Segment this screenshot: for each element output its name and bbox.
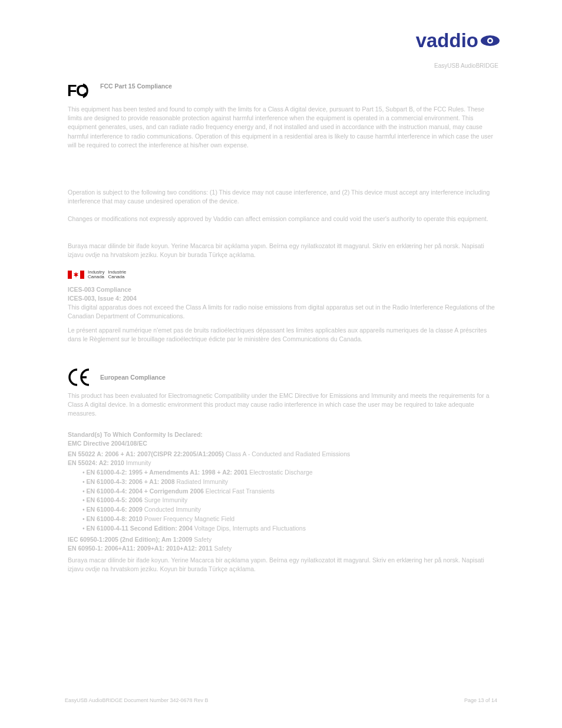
ce-iec1: IEC 60950-1:2005 (2nd Edition); Am 1:200… (68, 535, 495, 544)
ce-std2: EN 55024: A2: 2010 Immunity (68, 459, 495, 467)
ce-standards-title: Standard(s) To Which Conformity Is Decla… (68, 430, 495, 439)
ce-en-list: EN 61000-4-2: 1995 + Amendments A1: 1998… (82, 468, 495, 533)
ce-para1: This product has been evaluated for Elec… (68, 391, 495, 419)
placeholder-text-1: Buraya macar dilinde bir ifade koyun. Ye… (68, 242, 495, 259)
ce-iec2: EN 60950-1: 2006+A11: 2009+A1: 2010+A12:… (68, 544, 495, 553)
ic-text-en: IndustryCanada (88, 270, 104, 280)
ices-subtitle: ICES-003, Issue 4: 2004 (68, 294, 495, 303)
logo-text: vaddio (416, 29, 478, 52)
ices-title: ICES-003 Compliance (68, 285, 495, 294)
list-item: EN 61000-4-6: 2009 Conducted Immunity (82, 505, 495, 515)
ce-title: European Compliance (100, 374, 166, 381)
canada-flag-icon (68, 271, 84, 279)
list-item: EN 61000-4-2: 1995 + Amendments A1: 1998… (82, 468, 495, 477)
fcc-para1: This equipment has been tested and found… (68, 105, 495, 150)
list-item: EN 61000-4-11 Second Edition: 2004 Volta… (82, 524, 495, 533)
fcc-title: FCC Part 15 Compliance (100, 83, 172, 90)
svg-text:C: C (76, 82, 88, 100)
logo-eye-icon (480, 34, 500, 47)
svg-rect-5 (68, 271, 72, 279)
ices-para-fr: Le présent appareil numérique n'emet pas… (68, 326, 495, 344)
footer-page-number: Page 13 of 14 (464, 697, 497, 703)
fcc-para2: Operation is subject to the following tw… (68, 188, 495, 206)
company-logo: vaddio (416, 29, 500, 52)
ce-emc: EMC Directive 2004/108/EC (68, 439, 495, 448)
fcc-para3: Changes or modifications not expressly a… (68, 215, 495, 223)
placeholder-text-2: Buraya macar dilinde bir ifade koyun. Ye… (68, 556, 495, 574)
list-item: EN 61000-4-8: 2010 Power Frequency Magne… (82, 515, 495, 524)
industry-canada-logo: IndustryCanada IndustrieCanada (68, 270, 126, 280)
ices-para-en: This digital apparatus does not exceed t… (68, 303, 495, 321)
page-footer: EasyUSB AudioBRIDGE Document Number 342-… (0, 697, 562, 703)
list-item: EN 61000-4-5: 2006 Surge Immunity (82, 496, 495, 505)
ce-logo-icon (67, 368, 93, 389)
svg-point-2 (489, 39, 492, 42)
product-name: EasyUSB AudioBRIDGE (434, 62, 498, 69)
ce-std1: EN 55022 A: 2006 + A1: 2007(CISPR 22:200… (68, 450, 495, 459)
svg-rect-7 (80, 271, 84, 279)
footer-doc-number: EasyUSB AudioBRIDGE Document Number 342-… (65, 697, 209, 703)
fcc-logo-icon: F C (67, 82, 90, 102)
ic-text-fr: IndustrieCanada (108, 270, 126, 280)
list-item: EN 61000-4-4: 2004 + Corrigendum 2006 El… (82, 487, 495, 496)
list-item: EN 61000-4-3: 2006 + A1: 2008 Radiated I… (82, 477, 495, 487)
